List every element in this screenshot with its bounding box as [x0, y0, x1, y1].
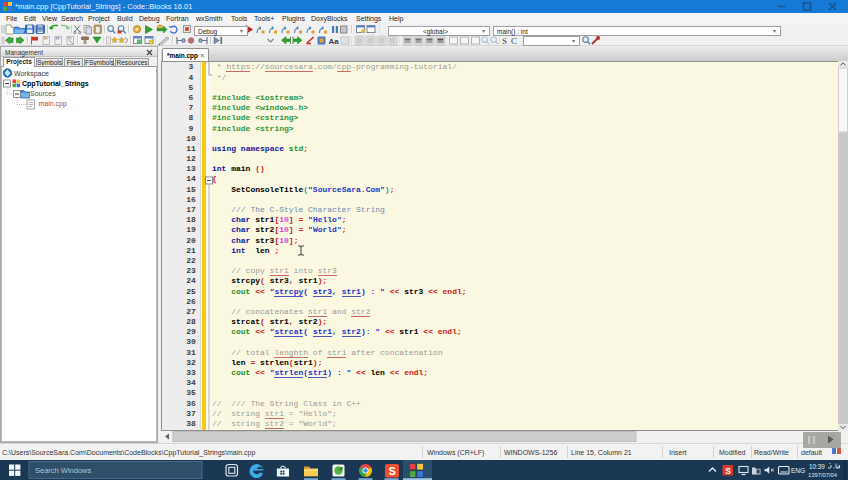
svg-text:S: S	[389, 465, 396, 477]
svg-text:Aa: Aa	[329, 37, 340, 46]
svg-text:Search Windows: Search Windows	[35, 466, 92, 475]
svg-text:10:39: 10:39	[809, 463, 825, 470]
svg-text:S: S	[502, 36, 507, 46]
svg-text:1397/07/04: 1397/07/04	[808, 472, 838, 478]
svg-text:S: S	[725, 466, 731, 476]
svg-text:C: C	[511, 36, 517, 46]
svg-text:ENG: ENG	[791, 467, 805, 474]
